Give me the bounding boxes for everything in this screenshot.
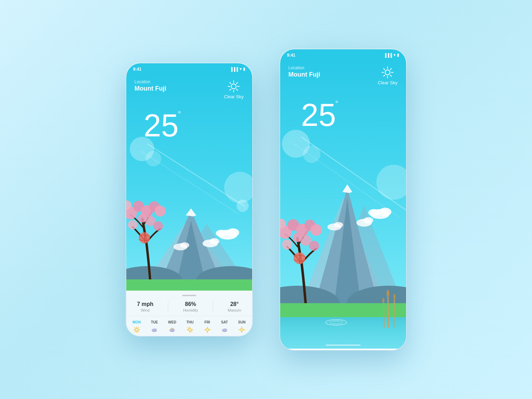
day-mon-icon	[133, 326, 141, 335]
svg-point-94	[363, 217, 373, 223]
day-sat-icon	[221, 326, 228, 335]
day-wed-name: WED	[168, 320, 176, 324]
svg-line-57	[188, 327, 189, 328]
weather-header-2: Location Mount Fuji Clear Sky	[280, 60, 406, 85]
weather-header-1: Location Mount Fuji Clear Sky	[126, 74, 252, 99]
sky-area-2: Location Mount Fuji Clear Sky	[280, 60, 406, 349]
day-wed[interactable]: WED 20°	[168, 320, 176, 336]
day-sat[interactable]: SAT 19°	[221, 320, 228, 336]
svg-line-114	[383, 300, 384, 328]
svg-point-51	[170, 329, 173, 331]
phone-2: 9:41 ▐▐▐ ▾ ▮ Location Mount Fuji	[280, 49, 406, 350]
svg-point-19	[227, 228, 239, 237]
svg-line-81	[390, 68, 392, 70]
day-tue[interactable]: TUE 17°	[151, 320, 158, 336]
location-name-2: Mount Fuji	[289, 71, 320, 78]
svg-point-92	[368, 209, 380, 216]
stat-maxium: 28° Maxium	[228, 301, 241, 312]
location-label-1: Location	[135, 79, 166, 84]
day-mon[interactable]: MON 25°	[133, 320, 141, 336]
drag-handle-1[interactable]	[182, 295, 196, 296]
day-fri-name: FRI	[204, 320, 211, 324]
svg-point-117	[382, 298, 384, 303]
day-thu-name: THU	[186, 320, 194, 324]
svg-point-20	[216, 230, 227, 237]
svg-line-82	[384, 75, 385, 76]
svg-line-79	[384, 68, 385, 70]
svg-point-22	[210, 238, 219, 244]
svg-line-7	[230, 82, 231, 84]
svg-line-9	[236, 82, 238, 84]
signal-icon-2: ▐▐▐	[384, 53, 392, 57]
battery-icon-1: ▮	[243, 67, 245, 71]
day-sun-name: SUN	[238, 320, 246, 324]
temp-value-2: 25	[301, 98, 336, 133]
maxium-label: Maxium	[228, 308, 241, 312]
svg-line-42	[135, 327, 135, 328]
day-sun[interactable]: SUN 20°	[238, 320, 246, 336]
svg-point-111	[333, 321, 339, 323]
weather-condition-1: Clear Sky	[224, 79, 243, 99]
location-name-1: Mount Fuji	[135, 85, 166, 92]
svg-point-102	[310, 224, 322, 236]
battery-icon-2: ▮	[397, 53, 399, 57]
svg-point-106	[309, 241, 319, 251]
svg-point-115	[386, 290, 389, 297]
status-bar-1: 9:41 ▐▐▐ ▾ ▮	[126, 63, 252, 74]
svg-point-2	[231, 84, 236, 89]
svg-point-34	[153, 221, 163, 230]
day-tue-name: TUE	[151, 320, 158, 324]
svg-point-67	[241, 328, 243, 331]
svg-line-43	[138, 331, 139, 332]
svg-marker-15	[186, 208, 196, 216]
svg-point-59	[206, 328, 208, 331]
svg-line-58	[192, 331, 192, 332]
stats-row-1: 7 mph Wind 86% Humidity 28° Maxium	[126, 301, 252, 316]
location-block-2: Location Mount Fuji	[289, 65, 320, 78]
svg-point-91	[379, 208, 391, 216]
temp-value-1: 25	[144, 108, 179, 143]
phone-1: 9:41 ▐▐▐ ▾ ▮ Location Mount Fuji	[126, 63, 252, 336]
wifi-icon-1: ▾	[240, 67, 242, 71]
svg-point-116	[393, 294, 396, 300]
temp-degree-1: °	[178, 110, 181, 119]
wifi-icon-2: ▾	[393, 53, 396, 57]
day-tue-icon	[151, 326, 158, 335]
status-icons-2: ▐▐▐ ▾ ▮	[384, 53, 399, 57]
temperature-2: 25°	[280, 85, 406, 131]
humidity-label: Humidity	[183, 308, 198, 312]
svg-point-74	[385, 70, 390, 75]
svg-point-103	[282, 240, 292, 250]
stat-wind: 7 mph Wind	[137, 301, 153, 312]
day-fri-icon	[204, 326, 211, 335]
svg-marker-87	[342, 184, 352, 193]
status-bar-2: 9:41 ▐▐▐ ▾ ▮	[280, 49, 406, 60]
svg-line-8	[236, 89, 238, 90]
stat-humidity: 86% Humidity	[183, 301, 198, 312]
svg-point-31	[128, 220, 137, 229]
time-1: 9:41	[133, 67, 142, 72]
svg-line-113	[394, 296, 395, 328]
svg-line-112	[388, 293, 389, 328]
sky-area-1: Location Mount Fuji Clear Sky	[126, 74, 252, 291]
condition-text-2: Clear Sky	[378, 80, 397, 85]
maxium-value: 28°	[228, 301, 241, 307]
temperature-1: 25°	[126, 99, 252, 141]
wind-label: Wind	[137, 308, 153, 312]
day-sun-icon	[238, 326, 246, 335]
svg-line-10	[230, 89, 231, 90]
day-sat-name: SAT	[221, 320, 228, 324]
day-thu[interactable]: THU 26°	[186, 320, 194, 336]
svg-line-44	[138, 327, 139, 328]
svg-line-45	[135, 331, 135, 332]
temp-degree-2: °	[335, 99, 339, 108]
svg-point-48	[152, 329, 155, 331]
wind-value: 7 mph	[137, 301, 153, 307]
weather-condition-2: Clear Sky	[378, 65, 397, 85]
condition-text-1: Clear Sky	[224, 94, 243, 99]
location-block-1: Location Mount Fuji	[135, 79, 166, 92]
svg-point-66	[222, 329, 225, 331]
svg-point-52	[189, 328, 191, 331]
day-fri[interactable]: FRI 21°	[204, 320, 211, 336]
status-icons-1: ▐▐▐ ▾ ▮	[230, 67, 245, 71]
